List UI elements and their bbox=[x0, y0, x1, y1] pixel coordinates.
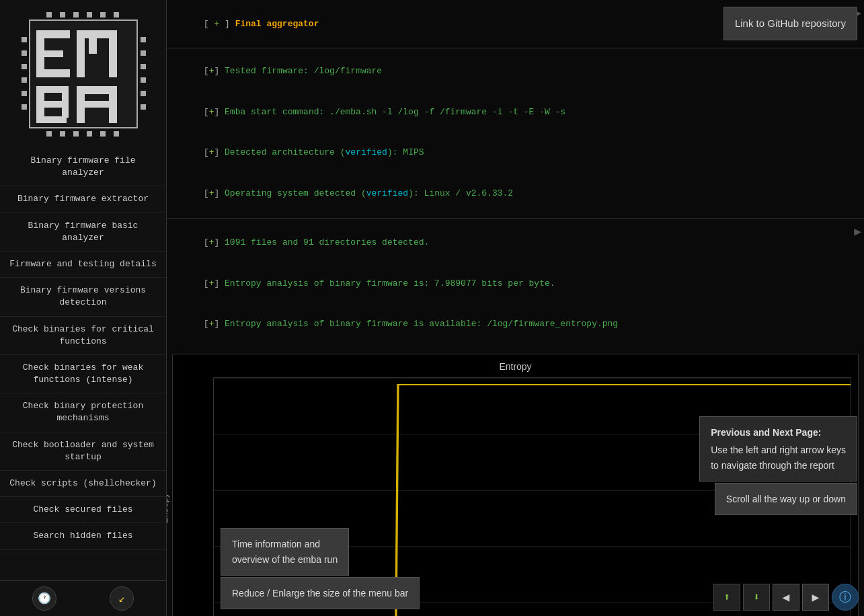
chart-title: Entropy bbox=[180, 361, 851, 372]
time-info-button[interactable]: 🕐 bbox=[32, 586, 56, 611]
scroll-indicator-2: ▶ bbox=[851, 223, 864, 240]
svg-rect-1 bbox=[60, 12, 65, 17]
sidebar: Binary firmware file analyzer Binary fir… bbox=[0, 0, 167, 616]
logo-area bbox=[0, 0, 166, 148]
svg-rect-2 bbox=[73, 12, 79, 17]
sidebar-item-weak-functions[interactable]: Check binaries for weak functions (inten… bbox=[0, 355, 166, 393]
terminal-line-5: [+] 1091 files and 91 directories detect… bbox=[167, 223, 864, 264]
svg-rect-22 bbox=[141, 91, 146, 96]
svg-rect-17 bbox=[22, 104, 27, 110]
terminal-line-3: [+] Detected architecture (verified): MI… bbox=[167, 132, 864, 174]
svg-rect-3 bbox=[87, 12, 92, 17]
bracket-close: ] bbox=[219, 19, 235, 29]
sidebar-item-hidden-files[interactable]: Search hidden files bbox=[0, 523, 166, 549]
svg-rect-38 bbox=[36, 116, 67, 123]
sidebar-bottom: 🕐 ↙ bbox=[0, 580, 166, 616]
svg-rect-18 bbox=[141, 37, 146, 42]
svg-rect-21 bbox=[141, 77, 146, 83]
sidebar-item-bootloader[interactable]: Check bootloader and system startup bbox=[0, 432, 166, 471]
terminal-line-2: [+] Emba start command: ./emba.sh -l /lo… bbox=[167, 91, 864, 132]
svg-rect-27 bbox=[36, 50, 63, 57]
reduce-enlarge-button[interactable]: ↙ bbox=[110, 586, 134, 611]
svg-rect-26 bbox=[36, 30, 70, 38]
sidebar-item-versions-detection[interactable]: Binary firmware versions detection bbox=[0, 278, 166, 316]
svg-rect-15 bbox=[22, 77, 27, 83]
svg-rect-7 bbox=[60, 131, 65, 137]
svg-rect-8 bbox=[73, 131, 79, 137]
svg-rect-35 bbox=[62, 86, 69, 103]
sidebar-item-testing-details[interactable]: Firmware and testing details bbox=[0, 252, 166, 278]
bracket-open: [ bbox=[204, 19, 214, 29]
terminal-line-1: [+] Tested firmware: /log/firmware bbox=[167, 51, 864, 92]
section-title: Final aggregator bbox=[235, 19, 319, 29]
divider-1 bbox=[167, 218, 864, 219]
svg-rect-0 bbox=[46, 12, 52, 17]
sidebar-item-extractor[interactable]: Binary firmware extractor bbox=[0, 186, 166, 213]
svg-rect-23 bbox=[141, 104, 146, 110]
svg-rect-31 bbox=[109, 30, 117, 77]
terminal-line-7: [+] Entropy analysis of binary firmware … bbox=[167, 304, 864, 345]
terminal-line-4: [+] Operating system detected (verified)… bbox=[167, 173, 864, 214]
sidebar-item-basic-analyzer[interactable]: Binary firmware basic analyzer bbox=[0, 213, 166, 252]
terminal-line-6: [+] Entropy analysis of binary firmware … bbox=[167, 263, 864, 304]
svg-rect-16 bbox=[22, 91, 27, 96]
sidebar-item-shellchecker[interactable]: Check scripts (shellchecker) bbox=[0, 471, 166, 497]
svg-rect-14 bbox=[22, 64, 27, 69]
svg-rect-28 bbox=[36, 69, 70, 77]
svg-rect-37 bbox=[62, 101, 69, 118]
y-axis-label: Entropy bbox=[167, 494, 169, 524]
sidebar-item-critical-functions[interactable]: Check binaries for critical functions bbox=[0, 317, 166, 355]
sidebar-item-file-analyzer[interactable]: Binary firmware file analyzer bbox=[0, 148, 166, 186]
svg-rect-32 bbox=[89, 30, 97, 54]
svg-rect-6 bbox=[46, 131, 52, 137]
main-content: [ + ] Final aggregator ▶ [+] Tested firm… bbox=[167, 0, 864, 616]
prev-page-button[interactable]: ◀ bbox=[773, 584, 799, 611]
section-header-line: [ + ] Final aggregator bbox=[172, 5, 319, 42]
svg-rect-20 bbox=[141, 64, 146, 69]
svg-rect-12 bbox=[22, 37, 27, 42]
svg-rect-42 bbox=[77, 101, 117, 108]
sidebar-item-binary-protection[interactable]: Check binary protection mechanisms bbox=[0, 393, 166, 432]
svg-rect-11 bbox=[114, 131, 119, 137]
sidebar-item-secured-files[interactable]: Check secured files bbox=[0, 497, 166, 523]
scroll-down-button[interactable]: ⬇ bbox=[743, 584, 770, 611]
svg-rect-5 bbox=[114, 12, 119, 17]
svg-rect-13 bbox=[22, 50, 27, 56]
svg-rect-10 bbox=[100, 131, 106, 137]
bottom-nav: ⬆ ⬇ ◀ ▶ ⓘ bbox=[708, 578, 864, 616]
entropy-chart-container: Entropy Entropy bbox=[172, 354, 859, 616]
scroll-indicator-1: ▶ bbox=[851, 4, 864, 22]
next-page-button[interactable]: ▶ bbox=[802, 584, 829, 611]
svg-rect-19 bbox=[141, 50, 146, 56]
emba-logo bbox=[16, 7, 151, 141]
svg-rect-9 bbox=[87, 131, 92, 137]
svg-rect-4 bbox=[100, 12, 106, 17]
scroll-top-button[interactable]: ⬆ bbox=[713, 584, 740, 611]
info-button[interactable]: ⓘ bbox=[832, 584, 859, 611]
